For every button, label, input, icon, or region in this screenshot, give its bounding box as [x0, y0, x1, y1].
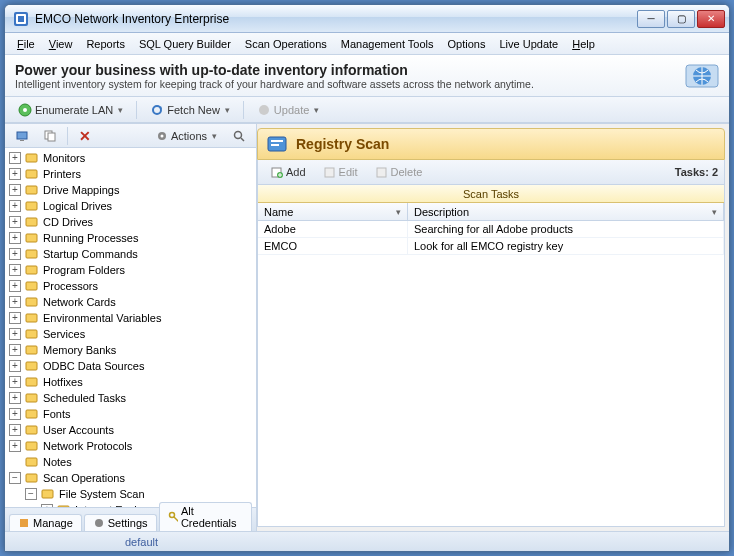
- info-banner: Power your business with up-to-date inve…: [5, 55, 729, 97]
- tree-node[interactable]: +Network Cards: [7, 294, 254, 310]
- dropdown-icon: ▾: [314, 105, 319, 115]
- expand-toggle[interactable]: +: [9, 344, 21, 356]
- expand-toggle[interactable]: +: [9, 184, 21, 196]
- table-row[interactable]: EMCOLook for all EMCO registry key: [258, 238, 724, 255]
- tree-node[interactable]: +Drive Mappings: [7, 182, 254, 198]
- delete-button[interactable]: ✕: [72, 125, 98, 147]
- expand-toggle[interactable]: +: [9, 232, 21, 244]
- dropdown-icon[interactable]: ▾: [712, 207, 717, 217]
- tree-node[interactable]: +Monitors: [7, 150, 254, 166]
- expand-toggle[interactable]: +: [9, 296, 21, 308]
- table-row[interactable]: AdobeSearching for all Adobe products: [258, 221, 724, 238]
- enumerate-lan-button[interactable]: Enumerate LAN▾: [11, 100, 130, 120]
- tree-node[interactable]: +User Accounts: [7, 422, 254, 438]
- node-icon: [25, 455, 39, 469]
- expand-toggle[interactable]: +: [9, 392, 21, 404]
- svg-rect-37: [42, 490, 53, 498]
- tree-node[interactable]: +Processors: [7, 278, 254, 294]
- expand-toggle[interactable]: +: [9, 264, 21, 276]
- node-icon: [25, 439, 39, 453]
- tree-node[interactable]: Notes: [7, 454, 254, 470]
- menu-sql-query-builder[interactable]: SQL Query Builder: [133, 36, 237, 52]
- edit-button[interactable]: Edit: [317, 163, 365, 181]
- maximize-button[interactable]: ▢: [667, 10, 695, 28]
- tree-node-label: Logical Drives: [43, 200, 112, 212]
- tree-node-label: Network Protocols: [43, 440, 132, 452]
- actions-dropdown[interactable]: Actions▾: [149, 127, 224, 145]
- navigation-tree[interactable]: +Monitors+Printers+Drive Mappings+Logica…: [5, 148, 256, 507]
- expand-toggle[interactable]: +: [9, 216, 21, 228]
- expand-toggle[interactable]: +: [9, 440, 21, 452]
- expand-toggle[interactable]: +: [9, 280, 21, 292]
- scan-tasks-table: Scan Tasks Name▾ Description▾ AdobeSearc…: [257, 184, 725, 527]
- expand-toggle[interactable]: +: [9, 200, 21, 212]
- tree-node[interactable]: +Hotfixes: [7, 374, 254, 390]
- tab-manage[interactable]: Manage: [9, 514, 82, 531]
- add-node-button[interactable]: [9, 127, 35, 145]
- tree-node[interactable]: +Memory Banks: [7, 342, 254, 358]
- svg-rect-23: [26, 266, 37, 274]
- expand-toggle[interactable]: +: [9, 168, 21, 180]
- window-buttons: ─ ▢ ✕: [637, 10, 725, 28]
- app-icon: [13, 11, 29, 27]
- tree-node[interactable]: +Logical Drives: [7, 198, 254, 214]
- tree-node[interactable]: +Environmental Variables: [7, 310, 254, 326]
- delete-task-button[interactable]: Delete: [369, 163, 430, 181]
- update-button[interactable]: Update▾: [250, 100, 326, 120]
- fetch-new-button[interactable]: Fetch New▾: [143, 100, 237, 120]
- tree-node[interactable]: +Program Folders: [7, 262, 254, 278]
- menu-management-tools[interactable]: Management Tools: [335, 36, 440, 52]
- menu-live-update[interactable]: Live Update: [493, 36, 564, 52]
- table-header: Name▾ Description▾: [258, 203, 724, 221]
- tree-node[interactable]: +CD Drives: [7, 214, 254, 230]
- tab-alt-credentials[interactable]: Alt Credentials: [159, 502, 252, 531]
- tree-node[interactable]: +Printers: [7, 166, 254, 182]
- add-button[interactable]: Add: [264, 163, 313, 181]
- tree-node[interactable]: −File System Scan: [7, 486, 254, 502]
- info-text: Power your business with up-to-date inve…: [15, 62, 685, 90]
- expand-toggle[interactable]: +: [9, 376, 21, 388]
- menu-scan-operations[interactable]: Scan Operations: [239, 36, 333, 52]
- tree-node-label: Services: [43, 328, 85, 340]
- dropdown-icon[interactable]: ▾: [396, 207, 401, 217]
- bottom-tabs: Manage Settings Alt Credentials: [5, 507, 256, 531]
- svg-point-45: [95, 519, 103, 527]
- node-icon: [25, 183, 39, 197]
- expand-toggle[interactable]: +: [9, 328, 21, 340]
- menu-view[interactable]: View: [43, 36, 79, 52]
- menu-options[interactable]: Options: [442, 36, 492, 52]
- expand-toggle[interactable]: +: [9, 360, 21, 372]
- tree-node[interactable]: +Running Processes: [7, 230, 254, 246]
- tree-node[interactable]: +Startup Commands: [7, 246, 254, 262]
- svg-point-7: [259, 105, 269, 115]
- svg-rect-2: [18, 16, 24, 22]
- copy-button[interactable]: [37, 127, 63, 145]
- column-header-description[interactable]: Description▾: [408, 203, 724, 220]
- expand-toggle[interactable]: +: [9, 424, 21, 436]
- minimize-button[interactable]: ─: [637, 10, 665, 28]
- expand-toggle[interactable]: +: [9, 408, 21, 420]
- tree-node[interactable]: +Scheduled Tasks: [7, 390, 254, 406]
- tab-settings[interactable]: Settings: [84, 514, 157, 531]
- application-window: EMCO Network Inventory Enterprise ─ ▢ ✕ …: [4, 4, 730, 552]
- menu-help[interactable]: Help: [566, 36, 601, 52]
- panel-title: Registry Scan: [296, 136, 389, 152]
- search-button[interactable]: [226, 127, 252, 145]
- tree-node[interactable]: −Scan Operations: [7, 470, 254, 486]
- tree-node[interactable]: +Fonts: [7, 406, 254, 422]
- column-header-name[interactable]: Name▾: [258, 203, 408, 220]
- tree-node-label: Drive Mappings: [43, 184, 119, 196]
- tree-node[interactable]: +Network Protocols: [7, 438, 254, 454]
- expand-toggle[interactable]: −: [25, 488, 37, 500]
- close-button[interactable]: ✕: [697, 10, 725, 28]
- menu-file[interactable]: File: [11, 36, 41, 52]
- menu-reports[interactable]: Reports: [80, 36, 131, 52]
- tree-node[interactable]: +Services: [7, 326, 254, 342]
- expand-toggle[interactable]: +: [9, 152, 21, 164]
- expand-toggle[interactable]: +: [9, 248, 21, 260]
- expand-toggle[interactable]: +: [9, 312, 21, 324]
- expand-toggle[interactable]: −: [9, 472, 21, 484]
- window-title: EMCO Network Inventory Enterprise: [35, 12, 637, 26]
- dropdown-icon: ▾: [118, 105, 123, 115]
- tree-node[interactable]: +ODBC Data Sources: [7, 358, 254, 374]
